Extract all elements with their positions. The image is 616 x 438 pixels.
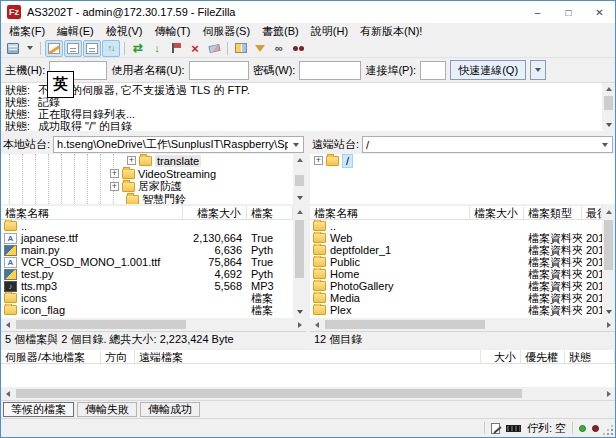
quickconnect-dropdown-button[interactable] <box>530 60 546 80</box>
scroll-down-arrow-icon[interactable] <box>293 306 306 318</box>
expand-icon[interactable] <box>110 182 119 191</box>
column-header-filename[interactable]: 檔案名稱 <box>1 206 183 219</box>
cancel-button[interactable] <box>167 40 185 57</box>
table-row[interactable]: japanese.ttf 2,130,664 True <box>1 232 293 244</box>
column-header-direction[interactable]: 方向 <box>101 350 135 363</box>
log-scrollbar[interactable] <box>602 83 615 131</box>
debug-log-icon[interactable] <box>491 423 500 434</box>
scroll-up-arrow-icon[interactable] <box>293 154 306 166</box>
table-row[interactable]: Plex 檔案資料夾 2016/ <box>310 304 602 316</box>
directory-comparison-button[interactable] <box>232 40 250 57</box>
font-file-icon <box>4 233 17 244</box>
process-queue-button[interactable]: ↓ <box>148 40 166 57</box>
tree-item-root[interactable]: / <box>310 154 615 167</box>
expand-icon[interactable] <box>314 156 323 165</box>
expand-icon[interactable] <box>110 169 119 178</box>
scroll-right-arrow-icon[interactable] <box>293 318 306 331</box>
scroll-down-arrow-icon[interactable] <box>602 306 615 318</box>
maximize-button[interactable]: □ <box>553 1 584 23</box>
column-header-remote-file[interactable]: 遠端檔案 <box>135 350 481 363</box>
remote-path-combobox[interactable]: / <box>362 136 613 153</box>
expand-icon[interactable] <box>127 156 136 165</box>
menu-help[interactable]: 說明(H) <box>305 23 354 40</box>
scrollbar-thumb[interactable] <box>295 175 304 186</box>
chevron-down-icon[interactable] <box>597 137 612 152</box>
table-row[interactable]: icon_flag 檔案 <box>1 304 293 316</box>
column-header-filetype[interactable]: 檔案類型 <box>524 206 582 219</box>
scroll-left-arrow-icon[interactable] <box>1 387 14 400</box>
find-files-button[interactable] <box>289 40 307 57</box>
column-header-size[interactable]: 大小 <box>481 350 521 363</box>
tree-item-translate[interactable]: translate <box>1 154 306 167</box>
menu-file[interactable]: 檔案(F) <box>3 23 51 40</box>
local-tree-scrollbar[interactable] <box>293 154 306 204</box>
tab-failed-transfers[interactable]: 傳輸失敗 <box>77 402 137 417</box>
scroll-down-arrow-icon[interactable] <box>602 119 615 131</box>
table-row[interactable]: VCR_OSD_MONO_1.001.ttf 75,864 True <box>1 256 293 268</box>
menu-bookmarks[interactable]: 書籤(B) <box>256 23 305 40</box>
column-header-modified[interactable]: 最後修 <box>582 206 602 219</box>
refresh-button[interactable]: ⇄ <box>129 40 147 57</box>
table-row[interactable]: .. <box>1 220 293 232</box>
scrollbar-thumb[interactable] <box>16 389 522 398</box>
font-file-icon <box>4 257 17 268</box>
menu-transfer[interactable]: 傳輸(T) <box>148 23 196 40</box>
column-header-priority[interactable]: 優先權 <box>521 350 565 363</box>
column-header-local-file[interactable]: 伺服器/本地檔案 <box>1 350 101 363</box>
remote-list-hscrollbar[interactable] <box>310 318 615 331</box>
menu-view[interactable]: 檢視(V) <box>100 23 149 40</box>
filter-button[interactable] <box>251 40 269 57</box>
scrollbar-thumb[interactable] <box>325 320 485 329</box>
chevron-down-icon[interactable] <box>288 137 303 152</box>
local-list-scrollbar[interactable] <box>293 206 306 318</box>
disconnect-button[interactable]: × <box>186 40 204 57</box>
scroll-down-arrow-icon[interactable] <box>293 192 306 204</box>
scroll-up-arrow-icon[interactable] <box>293 206 306 218</box>
site-manager-button[interactable] <box>4 40 22 57</box>
tab-successful-transfers[interactable]: 傳輸成功 <box>140 402 200 417</box>
column-header-status[interactable]: 狀態 <box>565 350 615 363</box>
quickconnect-button[interactable]: 快速連線(Q) <box>450 60 526 80</box>
column-header-filetype[interactable]: 檔案 <box>247 206 293 219</box>
toggle-remote-tree-button[interactable] <box>83 40 101 57</box>
port-input[interactable] <box>420 61 446 80</box>
toggle-local-tree-button[interactable] <box>64 40 82 57</box>
table-row[interactable]: test.py 4,692 Pyth <box>1 268 293 280</box>
local-list-hscrollbar[interactable] <box>1 318 306 331</box>
local-file-list: 檔案名稱 檔案大小 檔案 .. japanese.ttf 2,130,664 T… <box>1 206 306 331</box>
scroll-right-arrow-icon[interactable] <box>602 387 615 400</box>
scroll-left-arrow-icon[interactable] <box>310 318 323 331</box>
scroll-up-arrow-icon[interactable] <box>602 83 615 95</box>
scrollbar-thumb[interactable] <box>295 220 304 278</box>
menu-server[interactable]: 伺服器(S) <box>196 23 256 40</box>
log-line: 狀態: 成功取得 "/" 的目錄 <box>1 120 615 131</box>
close-button[interactable]: ✕ <box>584 1 615 23</box>
scroll-left-arrow-icon[interactable] <box>1 318 14 331</box>
username-input[interactable] <box>189 61 249 80</box>
toggle-transfer-queue-button[interactable]: ↑↓ <box>102 40 120 57</box>
site-manager-dropdown-button[interactable] <box>23 40 36 57</box>
synchronized-browsing-button[interactable]: ∞ <box>270 40 288 57</box>
speed-limit-icon[interactable] <box>506 425 521 432</box>
menu-new-version[interactable]: 有新版本(N)! <box>354 23 428 40</box>
scroll-up-arrow-icon[interactable] <box>602 206 615 218</box>
resize-grip[interactable] <box>611 433 613 435</box>
local-path-combobox[interactable]: h.tseng\OneDrive\工作\SunplusIT\Raspberry\… <box>53 136 304 153</box>
scrollbar-thumb[interactable] <box>16 320 186 329</box>
scrollbar-thumb[interactable] <box>604 96 613 110</box>
column-header-filename[interactable]: 檔案名稱 <box>310 206 470 219</box>
scroll-right-arrow-icon[interactable] <box>602 318 615 331</box>
reconnect-button[interactable] <box>205 40 223 57</box>
minimize-button[interactable]: – <box>522 1 553 23</box>
password-input[interactable] <box>299 61 361 80</box>
tab-queued-files[interactable]: 等候的檔案 <box>3 402 74 417</box>
table-row[interactable]: main.py 6,636 Pyth <box>1 244 293 256</box>
tree-item-smart-doorbell[interactable]: 智慧門鈴 <box>1 193 306 206</box>
toggle-message-log-button[interactable] <box>45 40 63 57</box>
column-header-filesize[interactable]: 檔案大小 <box>470 206 524 219</box>
column-header-filesize[interactable]: 檔案大小 <box>183 206 247 219</box>
menu-edit[interactable]: 編輯(E) <box>51 23 100 40</box>
scrollbar-thumb[interactable] <box>604 220 613 270</box>
queue-hscrollbar[interactable] <box>1 387 615 400</box>
remote-list-scrollbar[interactable] <box>602 206 615 318</box>
